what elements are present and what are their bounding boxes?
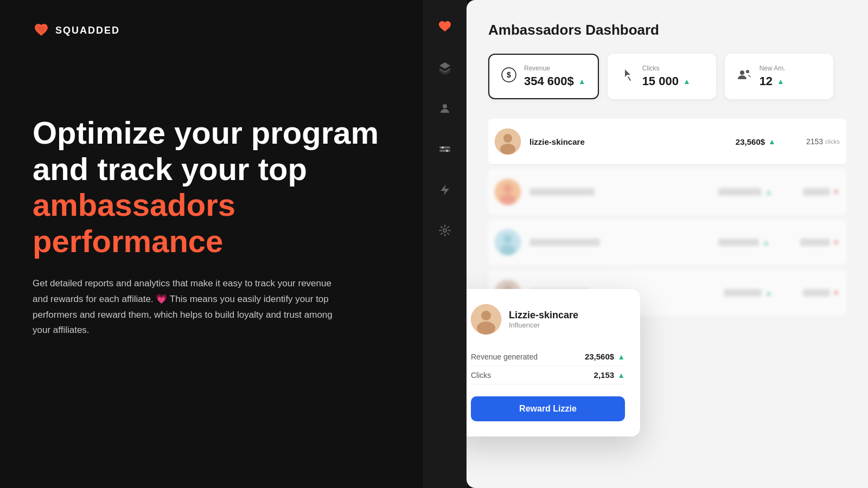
- svg-point-8: [740, 70, 744, 75]
- dashboard-panel: Ambassadors Dashboard $ Revenue 354 600$…: [467, 0, 868, 488]
- popup-clicks-label: Clicks: [471, 371, 491, 380]
- logo-icon: [33, 22, 50, 39]
- clicks-icon: [620, 67, 635, 86]
- brand-name: SQUADDED: [55, 25, 120, 36]
- popup-stats: Revenue generated 23,560$ ▲ Clicks 2,153…: [471, 348, 625, 384]
- ambassador-name-blurred-3: [529, 239, 600, 246]
- hero-description: Get detailed reports and analytics that …: [33, 276, 347, 339]
- new-ambassadors-label: New Am.: [760, 65, 786, 72]
- popup-header: Lizzie-skincare Influencer: [471, 304, 625, 335]
- svg-point-17: [503, 235, 512, 243]
- ambassador-row-2: ▲ ▼: [488, 169, 846, 215]
- popup-clicks-row: Clicks 2,153 ▲: [471, 366, 625, 384]
- new-ambassadors-icon: [737, 67, 752, 86]
- ambassador-clicks-lizzie: 2153 clicks: [806, 137, 840, 146]
- svg-rect-1: [439, 146, 450, 149]
- revenue-icon: $: [501, 67, 516, 86]
- ambassador-clicks-blurred-3: ▼: [800, 238, 840, 247]
- right-section: Ambassadors Dashboard $ Revenue 354 600$…: [423, 0, 868, 488]
- svg-text:$: $: [507, 70, 511, 79]
- new-ambassadors-value: 12 ▲: [760, 74, 786, 88]
- sidebar-item-gear[interactable]: [434, 220, 456, 241]
- clicks-trend-icon: ▲: [683, 77, 691, 86]
- ambassador-row-3: ▲ ▼: [488, 220, 846, 266]
- dashboard-title: Ambassadors Dashboard: [488, 22, 846, 38]
- svg-point-5: [443, 229, 446, 232]
- svg-point-0: [443, 104, 447, 108]
- popup-card: Lizzie-skincare Influencer Revenue gener…: [467, 289, 640, 436]
- popup-revenue-trend: ▲: [617, 352, 625, 361]
- clicks-value: 15 000 ▲: [642, 74, 691, 88]
- revenue-trend-icon: ▲: [578, 77, 586, 86]
- revenue-trend-lizzie: ▲: [768, 137, 776, 146]
- hero-heading: Optimize your program and track your top…: [33, 115, 412, 260]
- popup-revenue-row: Revenue generated 23,560$ ▲: [471, 348, 625, 366]
- new-ambassadors-trend-icon: ▲: [777, 77, 784, 86]
- left-section: SQUADDED Optimize your program and track…: [0, 0, 445, 488]
- ambassador-clicks-blurred-2: ▼: [803, 188, 840, 196]
- svg-point-24: [477, 322, 495, 335]
- svg-rect-2: [439, 150, 450, 152]
- svg-point-3: [442, 146, 444, 149]
- popup-revenue-label: Revenue generated: [471, 352, 538, 361]
- ambassador-name-lizzie: lizzie-skincare: [529, 137, 616, 146]
- sidebar-item-users[interactable]: [434, 98, 456, 119]
- clicks-label: Clicks: [642, 65, 691, 72]
- ambassador-revenue-blurred-4: ▲: [724, 288, 773, 297]
- ambassador-revenue-blurred-3: ▲: [718, 238, 770, 247]
- sidebar-item-boost[interactable]: [434, 179, 456, 201]
- ambassador-clicks-blurred-4: ▼: [803, 288, 840, 297]
- stat-card-new-ambassadors: New Am. 12 ▲: [725, 54, 833, 99]
- stat-card-clicks: Clicks 15 000 ▲: [608, 54, 716, 99]
- popup-revenue-value: 23,560$ ▲: [585, 352, 625, 361]
- svg-point-9: [746, 70, 749, 73]
- ambassador-revenue-lizzie: 23,560$ ▲: [736, 137, 776, 146]
- sidebar-item-home[interactable]: [434, 16, 456, 38]
- ambassador-row-lizzie[interactable]: lizzie-skincare 23,560$ ▲ 2153 clicks: [488, 119, 846, 165]
- popup-clicks-value: 2,153 ▲: [594, 370, 625, 380]
- sidebar: [423, 0, 467, 488]
- popup-name: Lizzie-skincare: [509, 310, 578, 321]
- ambassador-name-blurred-2: [529, 188, 595, 196]
- revenue-value: 354 600$ ▲: [524, 74, 586, 88]
- ambassador-avatar-3: [495, 229, 521, 255]
- ambassador-avatar-2: [495, 179, 521, 205]
- popup-clicks-trend: ▲: [617, 371, 625, 380]
- popup-role: Influencer: [509, 321, 578, 329]
- stats-row: $ Revenue 354 600$ ▲: [488, 54, 846, 99]
- stat-card-revenue: $ Revenue 354 600$ ▲: [488, 54, 599, 99]
- svg-point-23: [481, 311, 491, 320]
- svg-point-12: [500, 144, 515, 155]
- svg-point-14: [503, 184, 512, 193]
- reward-button[interactable]: Reward Lizzie: [471, 396, 625, 421]
- popup-avatar: [471, 304, 501, 335]
- svg-point-18: [500, 245, 515, 255]
- svg-point-11: [503, 134, 512, 143]
- ambassador-revenue-blurred-2: ▲: [718, 188, 773, 196]
- sidebar-item-settings[interactable]: [434, 138, 456, 160]
- sidebar-item-layers[interactable]: [434, 57, 456, 79]
- revenue-label: Revenue: [524, 65, 586, 72]
- logo-area: SQUADDED: [33, 22, 412, 39]
- ambassador-avatar-lizzie: [495, 129, 521, 155]
- svg-point-15: [500, 194, 515, 205]
- svg-point-4: [446, 150, 448, 152]
